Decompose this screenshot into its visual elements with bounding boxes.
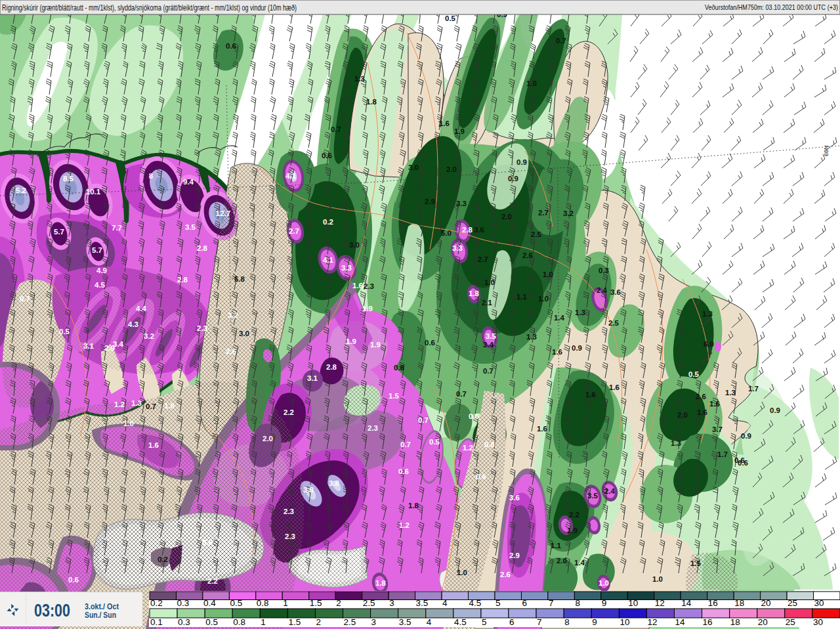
svg-text:2.3: 2.3: [364, 282, 374, 290]
svg-text:0.7: 0.7: [556, 37, 566, 45]
svg-text:2.3: 2.3: [284, 508, 294, 515]
svg-text:0.4: 0.4: [203, 598, 216, 608]
svg-text:1.0: 1.0: [457, 569, 467, 576]
svg-text:5: 5: [495, 598, 501, 608]
svg-text:1.6: 1.6: [585, 391, 596, 399]
svg-text:1.3: 1.3: [725, 389, 736, 397]
svg-text:3.2: 3.2: [228, 311, 238, 319]
svg-text:2.8: 2.8: [462, 226, 473, 234]
svg-text:0.6: 0.6: [226, 42, 236, 50]
svg-text:0.5: 0.5: [230, 598, 242, 608]
svg-text:1.7: 1.7: [748, 385, 759, 393]
svg-text:1.6: 1.6: [609, 383, 620, 391]
svg-text:0.7: 0.7: [146, 402, 156, 410]
svg-text:10: 10: [620, 617, 629, 627]
svg-text:0.9: 0.9: [572, 344, 582, 352]
svg-text:2.0: 2.0: [501, 213, 512, 221]
svg-text:5: 5: [482, 617, 487, 627]
svg-text:0.2: 0.2: [158, 555, 168, 563]
svg-text:1.0: 1.0: [598, 579, 609, 587]
svg-text:1.5: 1.5: [310, 598, 322, 608]
svg-text:0.7: 0.7: [456, 390, 467, 398]
svg-text:0.5: 0.5: [445, 14, 456, 22]
svg-text:0.8: 0.8: [394, 364, 405, 372]
svg-text:2.7: 2.7: [289, 227, 299, 235]
svg-text:9.4: 9.4: [183, 178, 194, 186]
svg-text:6: 6: [522, 598, 528, 608]
svg-text:3.7: 3.7: [712, 425, 723, 433]
svg-text:1.8: 1.8: [375, 579, 387, 587]
svg-text:2.0: 2.0: [677, 411, 688, 419]
svg-text:Veðurstofan/HM750m: 03.10.2021: Veðurstofan/HM750m: 03.10.2021 00:00 UTC…: [705, 3, 838, 11]
svg-text:2.6: 2.6: [696, 393, 706, 401]
svg-text:3: 3: [371, 617, 377, 627]
svg-text:1.4: 1.4: [574, 559, 585, 567]
svg-text:1.6: 1.6: [709, 400, 720, 408]
svg-text:2.3: 2.3: [285, 532, 295, 540]
svg-text:0.5: 0.5: [688, 370, 700, 378]
svg-text:2.3: 2.3: [368, 424, 378, 432]
svg-text:25: 25: [788, 598, 797, 608]
svg-text:8: 8: [564, 617, 570, 627]
svg-text:3.3: 3.3: [456, 200, 467, 207]
svg-text:0.6: 0.6: [734, 456, 745, 464]
svg-text:0.7: 0.7: [331, 125, 341, 133]
svg-text:1.6: 1.6: [697, 408, 707, 416]
svg-text:7.7: 7.7: [112, 224, 122, 232]
svg-text:7: 7: [549, 598, 554, 608]
svg-text:1.5: 1.5: [690, 559, 702, 567]
svg-text:0.9: 0.9: [508, 175, 518, 183]
svg-text:2.0: 2.0: [556, 557, 567, 565]
svg-text:3.8: 3.8: [329, 479, 340, 487]
svg-text:66N: 66N: [823, 145, 830, 156]
svg-text:0.1: 0.1: [150, 617, 163, 627]
svg-text:0.6: 0.6: [202, 538, 213, 546]
svg-text:2.8: 2.8: [326, 363, 337, 371]
svg-text:1.8: 1.8: [408, 502, 419, 510]
svg-text:2.8: 2.8: [197, 244, 208, 252]
svg-text:1.1: 1.1: [551, 542, 562, 550]
svg-text:0.5: 0.5: [205, 617, 218, 627]
svg-text:3.0: 3.0: [408, 163, 419, 171]
svg-text:1.6: 1.6: [552, 348, 562, 356]
svg-text:3.2: 3.2: [144, 332, 154, 340]
svg-text:10.1: 10.1: [86, 188, 101, 196]
svg-text:1.0: 1.0: [538, 295, 549, 303]
svg-text:2.0: 2.0: [446, 165, 457, 173]
svg-text:0.9: 0.9: [516, 158, 527, 166]
svg-text:0.6: 0.6: [476, 473, 486, 481]
svg-text:3.8: 3.8: [303, 486, 314, 494]
svg-text:2.2: 2.2: [569, 511, 579, 519]
svg-text:1.2: 1.2: [463, 444, 473, 452]
svg-text:03:00: 03:00: [34, 601, 70, 620]
svg-text:14: 14: [681, 598, 692, 608]
svg-text:3.6: 3.6: [610, 288, 621, 296]
svg-text:25: 25: [786, 617, 795, 627]
svg-text:0.8: 0.8: [484, 441, 495, 448]
svg-text:5.7: 5.7: [92, 246, 102, 254]
svg-text:1.9: 1.9: [567, 527, 578, 534]
svg-text:0.8: 0.8: [257, 598, 269, 608]
svg-text:3.5: 3.5: [416, 598, 429, 608]
svg-text:0.2: 0.2: [323, 218, 333, 226]
svg-text:0.3: 0.3: [177, 598, 190, 608]
svg-text:3.2: 3.2: [563, 209, 574, 217]
svg-text:2.4: 2.4: [597, 286, 608, 294]
svg-text:1.2: 1.2: [399, 521, 410, 529]
svg-text:2.3: 2.3: [197, 324, 207, 332]
svg-text:3.5: 3.5: [587, 492, 598, 500]
svg-text:7: 7: [537, 617, 542, 627]
svg-text:3.1: 3.1: [83, 342, 94, 350]
svg-text:2.0: 2.0: [262, 435, 273, 443]
svg-text:3.1: 3.1: [307, 374, 318, 382]
svg-text:2.4: 2.4: [604, 487, 616, 495]
svg-text:4: 4: [442, 598, 448, 608]
svg-text:2.5: 2.5: [363, 598, 375, 608]
svg-text:0.3: 0.3: [598, 267, 609, 274]
svg-text:20: 20: [758, 617, 768, 627]
svg-text:3.5: 3.5: [185, 223, 196, 231]
svg-text:2.6: 2.6: [522, 251, 533, 259]
svg-text:1.4: 1.4: [554, 314, 565, 322]
svg-text:1.3: 1.3: [702, 310, 713, 318]
svg-text:16: 16: [703, 617, 713, 627]
